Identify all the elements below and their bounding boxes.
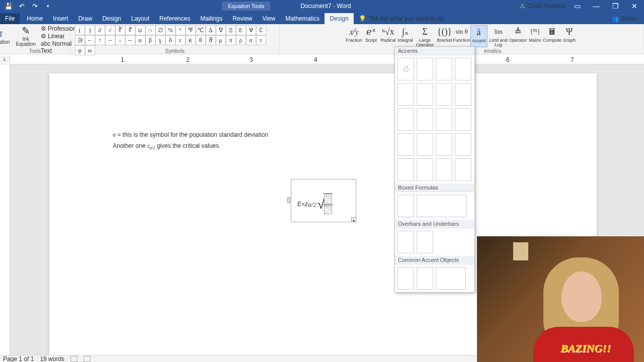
horizontal-ruler[interactable]: L 12 34 67 — [0, 54, 644, 64]
accent-item[interactable] — [397, 108, 414, 131]
accent-item[interactable]: ◌̇ — [397, 58, 414, 80]
share-button[interactable]: 👥Share — [605, 13, 644, 24]
word-count[interactable]: 19 words — [40, 355, 64, 363]
script-button[interactable]: ℯˣScript — [363, 25, 380, 47]
symbol-cell[interactable]: ∜ — [125, 25, 135, 35]
symbol-cell[interactable]: ↔ — [125, 35, 135, 45]
symbol-cell[interactable]: δ — [166, 35, 176, 45]
accent-item[interactable] — [417, 133, 433, 156]
accent-item[interactable] — [436, 158, 452, 181]
matrix-button[interactable]: [⁰¹]Matrix — [527, 25, 544, 47]
common-accent-item[interactable] — [436, 267, 466, 290]
symbol-cell[interactable]: % — [166, 25, 176, 35]
tab-review[interactable]: Review — [227, 13, 257, 24]
accent-item[interactable] — [397, 133, 414, 156]
fraction-button[interactable]: 𝑥⁄𝑦Fraction — [346, 25, 363, 47]
accent-item[interactable] — [417, 108, 433, 131]
accent-item[interactable] — [455, 83, 471, 106]
symbol-cell[interactable]: ∇ — [216, 25, 226, 35]
symbol-cell[interactable]: ϑ — [206, 35, 216, 45]
accent-item[interactable] — [417, 58, 433, 80]
accent-item[interactable] — [436, 133, 452, 156]
boxed-formula-item[interactable] — [417, 195, 467, 217]
tab-insert[interactable]: Insert — [48, 13, 73, 24]
symbol-cell[interactable]: θ — [196, 35, 206, 45]
symbol-cell[interactable]: ℃ — [196, 25, 206, 35]
tab-file[interactable]: File — [0, 13, 20, 24]
symbol-cell[interactable]: β — [145, 35, 155, 45]
accent-item[interactable] — [455, 58, 471, 80]
tab-design[interactable]: Design — [325, 13, 353, 24]
tab-layout[interactable]: Layout — [126, 13, 154, 24]
symbol-cell[interactable]: π — [226, 35, 236, 45]
large-operator-button[interactable]: ΣLarge Operator — [414, 25, 436, 47]
symbol-cell[interactable]: ∆ — [206, 25, 216, 35]
tab-view[interactable]: View — [258, 13, 281, 24]
tab-references[interactable]: References — [154, 13, 195, 24]
equation-editor-box[interactable]: ▾ E = zα/2 √ — [291, 179, 356, 222]
accent-item[interactable] — [436, 108, 452, 131]
tab-mailings[interactable]: Mailings — [195, 13, 227, 24]
tell-me-search[interactable]: 💡Tell me what you want to do — [354, 13, 449, 24]
symbol-cell[interactable]: ← — [85, 35, 95, 45]
tab-mathematics[interactable]: Mathematics — [280, 13, 325, 24]
equation-button[interactable]: π Equation — [0, 24, 13, 47]
accent-item[interactable] — [455, 108, 471, 131]
accent-button[interactable]: äAccent — [470, 25, 488, 47]
symbol-cell[interactable]: E — [236, 25, 246, 35]
symbol-cell[interactable]: ∩ — [145, 25, 155, 35]
symbol-cell[interactable]: Ξ — [226, 25, 236, 35]
symbol-cell[interactable]: ( — [75, 25, 85, 35]
symbol-cell[interactable]: √ — [105, 25, 115, 35]
accent-item[interactable] — [397, 83, 414, 106]
ribbon-display-icon[interactable]: ▭ — [570, 0, 585, 12]
numerator-placeholder[interactable] — [324, 196, 332, 204]
symbol-cell[interactable]: ↑ — [95, 35, 105, 45]
equation-content[interactable]: E = zα/2 √ — [297, 193, 333, 216]
limit-log-button[interactable]: limLimit and Log — [488, 25, 510, 47]
bracket-button[interactable]: {()}Bracket — [436, 25, 453, 47]
symbol-cell[interactable]: ° — [176, 25, 186, 35]
symbol-cell[interactable]: ↓ — [115, 35, 125, 45]
view-icon[interactable] — [84, 356, 91, 362]
minimize-icon[interactable]: — — [589, 0, 604, 12]
function-button[interactable]: sin θFunction — [453, 25, 470, 47]
vertical-ruler[interactable] — [0, 64, 10, 355]
accent-item[interactable] — [455, 133, 471, 156]
accent-item[interactable] — [455, 158, 471, 181]
accent-item[interactable] — [417, 158, 433, 181]
undo-icon[interactable]: ↶ — [16, 1, 27, 12]
operator-button[interactable]: ≜Operator — [510, 25, 527, 47]
symbol-cell[interactable]: σ — [246, 35, 256, 45]
spelling-icon[interactable] — [70, 356, 77, 362]
denominator-placeholder[interactable] — [324, 206, 332, 214]
accent-item[interactable] — [397, 158, 414, 181]
tab-design-main[interactable]: Design — [97, 13, 126, 24]
redo-icon[interactable]: ↷ — [29, 1, 40, 12]
common-accent-item[interactable] — [397, 267, 414, 290]
close-icon[interactable]: ✕ — [627, 0, 642, 12]
symbol-cell[interactable]: ∅ — [155, 25, 166, 35]
compute-button[interactable]: 🖩Compute — [544, 25, 561, 47]
symbol-cell[interactable]: ε — [176, 35, 186, 45]
symbol-cell[interactable]: ∪ — [135, 25, 145, 35]
overbar-item[interactable] — [397, 231, 414, 253]
radical-button[interactable]: ⁿ√xRadical — [380, 25, 397, 47]
symbol-cell[interactable]: ∋ — [75, 35, 85, 45]
symbol-cell[interactable]: γ — [155, 35, 166, 45]
qat-customize-icon[interactable]: ▾ — [42, 1, 53, 12]
symbol-cell[interactable]: ∂ — [95, 25, 105, 35]
save-icon[interactable]: 💾 — [3, 1, 14, 12]
maximize-icon[interactable]: ❐ — [608, 0, 623, 12]
symbol-cell[interactable]: ϵ — [186, 35, 196, 45]
equation-options-dropdown-icon[interactable]: ▾ — [351, 217, 356, 222]
underbar-item[interactable] — [417, 231, 433, 253]
boxed-formula-item[interactable] — [397, 195, 414, 217]
symbol-cell[interactable]: ∀ — [246, 25, 256, 35]
tab-home[interactable]: Home — [22, 13, 48, 24]
common-accent-item[interactable] — [417, 267, 433, 290]
symbol-cell[interactable]: ) — [85, 25, 95, 35]
tab-draw[interactable]: Draw — [73, 13, 97, 24]
symbol-cell[interactable]: → — [105, 35, 115, 45]
symbol-cell[interactable]: τ — [256, 35, 266, 45]
